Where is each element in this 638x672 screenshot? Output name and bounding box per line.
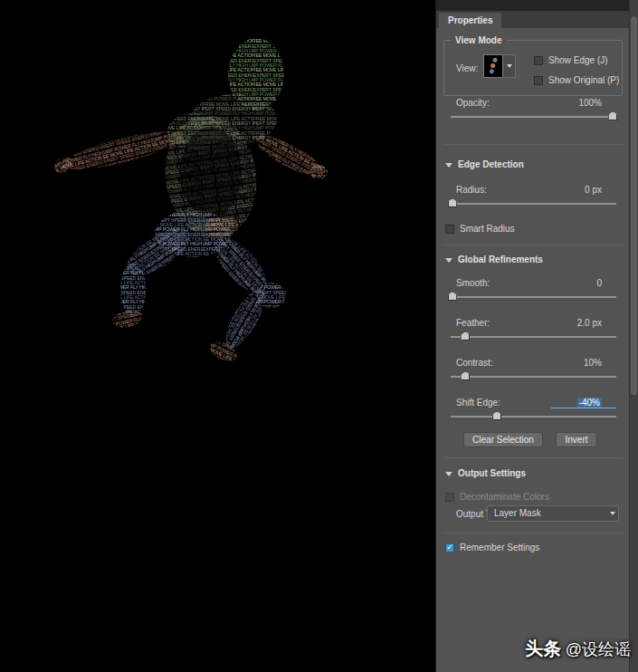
feather-slider[interactable] [451, 331, 616, 341]
slider-track[interactable] [451, 116, 616, 118]
scrollbar-thumb[interactable] [631, 16, 637, 395]
decontaminate-colors-checkbox[interactable]: Decontaminate Colors [445, 492, 549, 502]
show-original-label: Show Original (P) [548, 75, 619, 85]
smooth-value[interactable]: 0 [544, 278, 602, 288]
radius-value[interactable]: 0 px [544, 185, 602, 195]
edge-detection-header[interactable]: Edge Detection [458, 159, 524, 169]
feather-value[interactable]: 2.0 px [544, 318, 602, 328]
contrast-label: Contrast: [456, 358, 493, 368]
chevron-down-icon [507, 64, 512, 68]
properties-panel: Properties View Mode View: Show Edge (J)… [435, 0, 638, 672]
chevron-down-icon[interactable] [445, 258, 452, 263]
slider-thumb[interactable] [448, 198, 457, 207]
output-settings-header[interactable]: Output Settings [458, 468, 526, 478]
shift-edge-field-underline [551, 408, 616, 408]
slider-track[interactable] [451, 336, 616, 338]
screenshot-root: EXPERT SPEED ENERGY RUN JUMP POWER FLY H… [0, 0, 638, 672]
smart-radius-label: Smart Radius [460, 224, 515, 234]
watermark-handle: @设绘谣 [566, 640, 631, 658]
divider [443, 245, 624, 245]
view-mode-legend: View Mode [451, 35, 507, 45]
contrast-value[interactable]: 10% [544, 358, 602, 368]
opacity-value[interactable]: 100% [544, 98, 602, 108]
watermark: 头条 @设绘谣 [525, 637, 631, 661]
view-label: View: [456, 63, 478, 73]
divider [443, 457, 624, 458]
slider-track[interactable] [451, 296, 616, 298]
typographic-figure: EXPERT SPEED ENERGY RUN JUMP POWER FLY H… [0, 0, 435, 672]
smooth-label: Smooth: [456, 278, 490, 288]
view-dropdown-button[interactable] [504, 54, 516, 78]
tab-properties[interactable]: Properties [439, 13, 501, 28]
slider-thumb[interactable] [448, 292, 457, 301]
slider-thumb[interactable] [461, 371, 470, 380]
feather-label: Feather: [456, 318, 490, 328]
radius-label: Radius: [456, 185, 487, 195]
remember-settings-checkbox[interactable]: Remember Settings [445, 542, 539, 552]
contrast-slider[interactable] [451, 370, 616, 381]
slider-thumb[interactable] [492, 411, 501, 420]
divider [443, 144, 624, 145]
shift-edge-slider[interactable] [451, 410, 616, 421]
divider [443, 533, 624, 533]
checkbox-icon [445, 493, 454, 502]
document-canvas[interactable]: EXPERT SPEED ENERGY RUN JUMP POWER FLY H… [0, 0, 435, 672]
shift-edge-value[interactable]: -40% [577, 398, 602, 408]
smooth-slider[interactable] [451, 291, 616, 302]
smart-radius-checkbox[interactable]: Smart Radius [445, 224, 515, 234]
shift-edge-label: Shift Edge: [456, 398, 500, 408]
checkbox-icon [445, 225, 454, 234]
checkbox-checked-icon [445, 543, 454, 552]
remember-settings-label: Remember Settings [460, 542, 539, 552]
radius-slider[interactable] [451, 197, 616, 208]
slider-thumb[interactable] [461, 331, 470, 341]
show-original-checkbox[interactable]: Show Original (P) [534, 75, 619, 85]
show-edge-label: Show Edge (J) [548, 55, 608, 65]
view-thumbnail[interactable] [483, 54, 503, 78]
jumping-person [51, 38, 328, 365]
slider-track[interactable] [451, 416, 616, 418]
show-edge-checkbox[interactable]: Show Edge (J) [534, 55, 608, 65]
slider-track[interactable] [451, 376, 616, 378]
clear-selection-button[interactable]: Clear Selection [463, 432, 543, 447]
global-refinements-header[interactable]: Global Refinements [458, 254, 543, 264]
checkbox-icon [534, 56, 543, 65]
opacity-label: Opacity: [456, 98, 490, 108]
slider-track[interactable] [451, 203, 616, 205]
chevron-down-icon[interactable] [445, 472, 452, 476]
slider-thumb[interactable] [608, 111, 617, 120]
invert-button[interactable]: Invert [556, 432, 597, 447]
chevron-down-icon[interactable] [445, 163, 452, 168]
panel-top-strip [436, 0, 638, 11]
panel-tab-bar: Properties [436, 11, 638, 28]
decontaminate-colors-label: Decontaminate Colors [460, 492, 549, 502]
output-to-dropdown[interactable]: Layer Mask [487, 505, 619, 522]
checkbox-icon [534, 76, 543, 85]
panel-scrollbar[interactable] [629, 0, 638, 672]
output-to-value: Layer Mask [494, 508, 541, 518]
opacity-slider[interactable] [451, 110, 616, 121]
watermark-brand: 头条 [525, 638, 561, 658]
chevron-down-icon [610, 512, 615, 515]
